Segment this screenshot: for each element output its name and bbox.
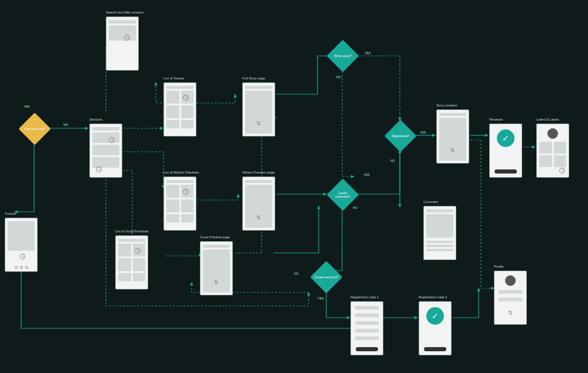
screen-full-story: Full Story page xyxy=(242,82,275,136)
scroll-icon xyxy=(213,279,219,291)
edge-no: NO xyxy=(390,159,395,162)
screen-reg-1: Registration step 1 xyxy=(350,301,383,355)
edge-no: NO xyxy=(64,123,68,126)
avatar-icon xyxy=(505,275,516,286)
check-icon: ✓ xyxy=(497,129,514,147)
screen-list-good: List of Good Practices xyxy=(115,235,148,289)
tap-icon xyxy=(108,136,116,144)
edge-yes: YES xyxy=(24,105,29,108)
scroll-icon xyxy=(256,215,262,227)
check-icon: ✓ xyxy=(426,307,444,325)
screen-search-filter: Search and filter screens xyxy=(106,16,139,71)
tap-icon xyxy=(133,247,142,255)
tap-icon xyxy=(182,94,190,102)
tap-icon xyxy=(123,34,131,42)
edge-no: NO xyxy=(336,75,341,79)
screen-profile: Profile xyxy=(494,271,527,325)
tap-icon xyxy=(182,188,190,196)
screen-good-practice: Good Practice page xyxy=(200,241,233,295)
tap-icon xyxy=(558,166,566,175)
user-flow-diagram: First time visit? YES NO Write story? NO… xyxy=(0,0,588,373)
scroll-icon xyxy=(256,121,262,132)
decision-create-account: Create account? xyxy=(310,261,342,293)
screen-list-stories: List of Stories xyxy=(163,82,196,136)
screen-rewards: Rewards ✓ xyxy=(489,124,522,178)
tap-icon xyxy=(18,252,26,261)
screen-reg-2: Registration step 2 ✓ xyxy=(419,301,452,355)
avatar-icon xyxy=(547,128,558,139)
edge-no: NO xyxy=(294,272,299,275)
tap-icon xyxy=(95,165,103,174)
screen-story-creation: Story creation xyxy=(436,109,469,164)
edge-yes: YES xyxy=(363,173,369,176)
screen-latest: Latest & Latest xyxy=(536,124,569,178)
decision-write-story: Write story? xyxy=(327,40,359,72)
screen-list-writers: List of Writers Previews xyxy=(163,176,196,231)
decision-first-visit: First time visit? xyxy=(19,113,51,145)
scroll-icon xyxy=(507,310,513,322)
edge-yes: YES xyxy=(365,51,370,55)
edge-no: NO xyxy=(353,206,358,209)
screen-tutorial: Tutorial xyxy=(5,218,38,272)
edge-yes: YES xyxy=(420,131,426,134)
edge-yes: YES xyxy=(318,297,323,300)
screen-comment: Comment xyxy=(423,206,456,260)
scroll-icon xyxy=(450,148,456,159)
decision-registered: Registered? xyxy=(385,120,416,152)
screen-writers-preview: Writers Preview page xyxy=(242,176,275,231)
screen-sections: Sections xyxy=(89,124,122,178)
